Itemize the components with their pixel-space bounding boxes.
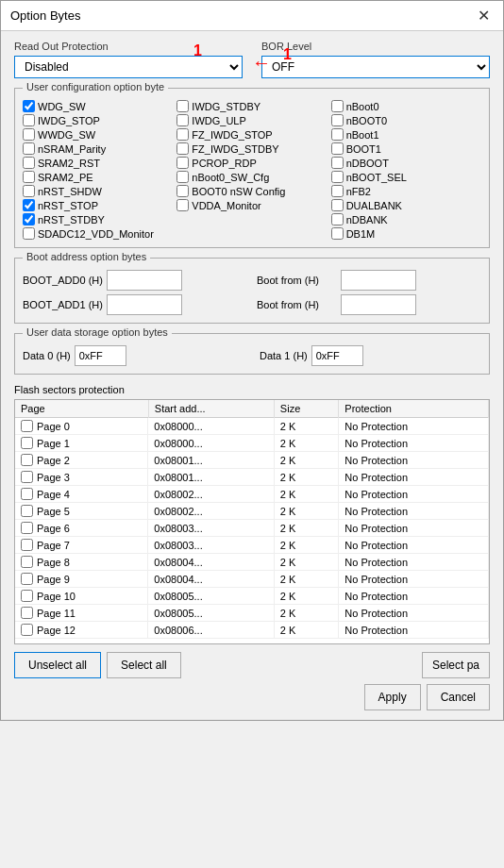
cell-page: Page 11 [15, 605, 148, 621]
checkbox-nboot0-sw-cfg-input[interactable] [176, 171, 189, 183]
cell-size: 2 K [274, 554, 339, 571]
row-checkbox-2[interactable] [21, 454, 33, 466]
checkbox-iwdg-ulp-input[interactable] [176, 114, 189, 126]
table-row: Page 1 0x08000... 2 K No Protection [15, 435, 489, 452]
bottom-buttons: Unselect all Select all Select pa [14, 652, 490, 678]
row-checkbox-3[interactable] [21, 471, 33, 483]
checkbox-boot1-input[interactable] [331, 142, 344, 155]
checkbox-nboot0-input[interactable] [331, 100, 344, 112]
checkbox-fz-iwdg-stdby-input[interactable] [176, 142, 189, 155]
checkbox-iwdg-stop-input[interactable] [23, 114, 35, 126]
checkbox-vdda-monitor-input[interactable] [176, 199, 189, 211]
cancel-button[interactable]: Cancel [427, 684, 490, 710]
checkbox-boot0-nsw-input[interactable] [176, 185, 189, 197]
table-row: Page 0 0x08000... 2 K No Protection [15, 418, 489, 435]
row-checkbox-4[interactable] [21, 488, 33, 500]
cell-size: 2 K [274, 537, 339, 554]
cell-start: 0x08004... [148, 554, 274, 571]
checkbox-nboot-sel-input[interactable] [331, 171, 344, 183]
checkbox-sram2-pe-input[interactable] [23, 171, 35, 183]
row-checkbox-0[interactable] [21, 420, 33, 432]
checkbox-nboot0-flag-input[interactable] [331, 114, 344, 126]
cell-protection: No Protection [339, 503, 489, 520]
option-bytes-window: Option Bytes ✕ Read Out Protection Disab… [0, 0, 504, 721]
checkbox-sdadc12: SDADC12_VDD_Monitor [23, 227, 173, 240]
checkbox-boot0-nsw: BOOT0 nSW Config [176, 185, 327, 197]
checkbox-iwdg-stdby: IWDG_STDBY [176, 100, 327, 112]
cell-page: Page 4 [15, 486, 148, 502]
row-checkbox-7[interactable] [21, 539, 33, 551]
select-all-button[interactable]: Select all [107, 652, 181, 678]
checkbox-nrst-shdw-input[interactable] [23, 185, 35, 197]
checkbox-nfb2-input[interactable] [331, 185, 344, 197]
row-checkbox-1[interactable] [21, 437, 33, 449]
boot-from1-input[interactable] [341, 294, 416, 315]
checkbox-ndbank-input[interactable] [331, 213, 344, 225]
boot-address-label: Boot address option bytes [23, 251, 150, 262]
checkbox-dualbank-input[interactable] [331, 199, 344, 211]
row-checkbox-12[interactable] [21, 624, 33, 636]
checkbox-db1m-input[interactable] [331, 227, 344, 240]
boot-from0-input[interactable] [341, 270, 416, 291]
bor-level-select[interactable]: OFF Level 1 Level 2 Level 3 [261, 56, 490, 78]
checkbox-nfb2: nFB2 [331, 185, 481, 197]
cell-protection: No Protection [339, 452, 489, 469]
cell-start: 0x08004... [148, 571, 274, 588]
flash-table-container[interactable]: Page Start add... Size Protection Page 0… [14, 399, 490, 644]
checkbox-nrst-stop-input[interactable] [23, 199, 35, 211]
checkbox-pcrop-rdp-input[interactable] [176, 157, 189, 169]
row-checkbox-8[interactable] [21, 556, 33, 568]
checkbox-sram2-rst: SRAM2_RST [23, 157, 173, 169]
flash-table: Page Start add... Size Protection Page 0… [15, 400, 489, 639]
table-row: Page 3 0x08001... 2 K No Protection [15, 469, 489, 486]
cell-start: 0x08000... [148, 435, 274, 452]
data1-label: Data 1 (H) [260, 350, 308, 361]
close-button[interactable]: ✕ [474, 7, 494, 25]
table-row: Page 6 0x08003... 2 K No Protection [15, 520, 489, 537]
cell-protection: No Protection [339, 588, 489, 605]
checkbox-db1m: DB1M [331, 227, 481, 240]
checkbox-nboot1-input[interactable] [331, 128, 344, 141]
select-pa-button[interactable]: Select pa [422, 652, 490, 678]
boot-add0-row: BOOT_ADD0 (H) [23, 270, 247, 291]
read-out-protection-select[interactable]: Disabled Level 1 Level 2 [14, 56, 243, 78]
row-checkbox-5[interactable] [21, 505, 33, 517]
cell-protection: No Protection [339, 571, 489, 588]
cell-page: Page 5 [15, 503, 148, 519]
boot-add1-input[interactable] [107, 294, 182, 315]
cell-size: 2 K [274, 435, 339, 452]
bor-level-label: BOR Level [261, 41, 490, 52]
checkbox-nrst-stdby-input[interactable] [23, 213, 35, 225]
read-out-protection-label: Read Out Protection [14, 41, 243, 52]
checkbox-nboot0-sw-cfg: nBoot0_SW_Cfg [176, 171, 327, 183]
checkbox-nsram-parity-input[interactable] [23, 142, 35, 155]
checkbox-iwdg-stdby-input[interactable] [176, 100, 189, 112]
table-header-row: Page Start add... Size Protection [15, 400, 489, 418]
cell-protection: No Protection [339, 469, 489, 486]
flash-section: Flash sectors protection Page Start add.… [14, 384, 490, 644]
checkbox-iwdg-stop: IWDG_STOP [23, 114, 173, 126]
read-out-protection-section: Read Out Protection Disabled Level 1 Lev… [14, 41, 243, 78]
checkbox-sram2-rst-input[interactable] [23, 157, 35, 169]
cell-size: 2 K [274, 452, 339, 469]
row-checkbox-10[interactable] [21, 590, 33, 602]
checkbox-sdadc12-input[interactable] [23, 227, 35, 240]
boot-add0-input[interactable] [107, 270, 182, 291]
data1-input[interactable] [311, 345, 363, 366]
bor-level-section: BOR Level OFF Level 1 Level 2 Level 3 [261, 41, 490, 78]
unselect-all-button[interactable]: Unselect all [14, 652, 101, 678]
checkbox-wwdg-sw-input[interactable] [23, 128, 35, 141]
cell-size: 2 K [274, 605, 339, 622]
row-checkbox-6[interactable] [21, 522, 33, 534]
cell-page: Page 2 [15, 452, 148, 468]
data0-input[interactable] [75, 345, 126, 366]
checkbox-fz-iwdg-stop-input[interactable] [176, 128, 189, 141]
checkbox-fz-iwdg-stdby: FZ_IWDG_STDBY [176, 142, 327, 155]
row-checkbox-11[interactable] [21, 607, 33, 619]
data1-field: Data 1 (H) [260, 345, 363, 366]
apply-button[interactable]: Apply [364, 684, 421, 710]
checkbox-ndboot-input[interactable] [331, 157, 344, 169]
row-checkbox-9[interactable] [21, 573, 33, 585]
checkbox-wdg-sw-input[interactable] [23, 100, 35, 112]
boot-from0-row: Boot from (H) [257, 270, 481, 291]
